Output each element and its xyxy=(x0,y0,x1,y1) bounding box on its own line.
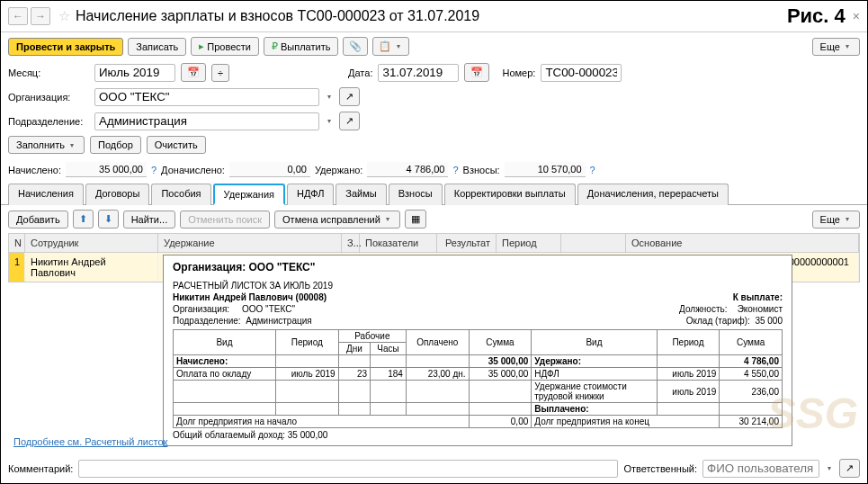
clip-icon: 📎 xyxy=(349,40,362,52)
org-dropdown-icon[interactable]: ▾ xyxy=(325,93,334,101)
post-icon: ▸ xyxy=(199,40,204,52)
comment-input[interactable] xyxy=(78,460,618,478)
payslip-link[interactable]: Подробнее см. Расчетный листок xyxy=(13,436,167,447)
tab-contracts[interactable]: Договоры xyxy=(85,184,149,205)
add-button[interactable]: Добавить xyxy=(8,211,68,229)
close-icon[interactable]: × xyxy=(853,9,860,23)
page-title: Начисление зарплаты и взносов ТС00-00002… xyxy=(76,8,787,24)
responsible-dropdown-icon[interactable]: ▾ xyxy=(825,464,834,472)
withheld-label: Удержано: xyxy=(315,165,363,175)
payslip-pay-label: К выплате: xyxy=(733,292,783,302)
date-label: Дата: xyxy=(348,67,372,78)
responsible-input[interactable] xyxy=(702,460,819,478)
date-calendar-button[interactable]: 📅 xyxy=(464,63,489,82)
more-button[interactable]: Еще▾ xyxy=(812,38,860,56)
tabs-bar: Начисления Договоры Пособия Удержания НД… xyxy=(1,183,867,205)
payslip-panel: Организация: ООО "ТЕКС" РАСЧЕТНЫЙ ЛИСТОК… xyxy=(163,255,792,446)
contrib-label: Взносы: xyxy=(463,165,500,175)
extra-value: 0,00 xyxy=(229,162,310,177)
month-label: Месяц: xyxy=(8,67,89,78)
payslip-table: Вид Период Рабочие Оплачено Сумма Вид Пе… xyxy=(173,329,783,428)
tab-benefits[interactable]: Пособия xyxy=(151,184,210,205)
clear-button[interactable]: Очистить xyxy=(147,136,206,154)
save-button[interactable]: Записать xyxy=(128,38,186,56)
responsible-label: Ответственный: xyxy=(623,463,697,474)
comment-label: Комментарий: xyxy=(8,463,73,474)
dept-input[interactable] xyxy=(94,112,319,130)
number-label: Номер: xyxy=(502,67,535,78)
post-close-button[interactable]: Провести и закрыть xyxy=(8,38,123,56)
tab-ndfl[interactable]: НДФЛ xyxy=(287,184,334,205)
move-down-button[interactable]: ⬇ xyxy=(98,210,119,229)
cancel-fix-button[interactable]: Отмена исправлений▾ xyxy=(274,211,400,229)
contrib-value: 10 570,00 xyxy=(505,162,586,177)
pay-button[interactable]: ₽Выплатить xyxy=(264,37,338,56)
accrued-label: Начислено: xyxy=(8,165,61,175)
month-calendar-button[interactable]: 📅 xyxy=(181,63,206,82)
extra-label: Доначислено: xyxy=(161,165,225,175)
responsible-open-button[interactable]: ↗ xyxy=(839,459,860,478)
month-stepper[interactable]: ÷ xyxy=(211,64,229,82)
post-button[interactable]: ▸Провести xyxy=(191,37,259,56)
nav-forward-button[interactable]: → xyxy=(31,7,50,25)
attach-button[interactable]: 📎 xyxy=(343,37,368,56)
table-more-button[interactable]: Еще▾ xyxy=(812,211,860,229)
figure-label: Рис. 4 xyxy=(787,4,846,28)
report-icon: 📋 xyxy=(379,40,391,52)
month-input[interactable] xyxy=(94,64,175,82)
grid-header: N Сотрудник Удержание З... Показатели Ре… xyxy=(8,233,860,253)
tab-additional[interactable]: Доначисления, перерасчеты xyxy=(577,184,729,205)
taxable-income: Общий облагаемый доход: 35 000,00 xyxy=(173,430,783,440)
select-button[interactable]: Подбор xyxy=(90,136,141,154)
dept-label: Подразделение: xyxy=(8,116,89,127)
star-icon[interactable]: ☆ xyxy=(58,8,70,24)
help-icon-2[interactable]: ? xyxy=(452,165,458,175)
help-icon[interactable]: ? xyxy=(151,165,157,175)
tab-contributions[interactable]: Взносы xyxy=(389,184,443,205)
pay-icon: ₽ xyxy=(272,40,278,52)
dept-dropdown-icon[interactable]: ▾ xyxy=(325,117,334,125)
move-up-button[interactable]: ⬆ xyxy=(73,210,94,229)
help-icon-3[interactable]: ? xyxy=(590,165,595,175)
nav-back-button[interactable]: ← xyxy=(8,7,28,25)
withheld-value: 4 786,00 xyxy=(367,162,448,177)
cancel-search-button[interactable]: Отменить поиск xyxy=(180,211,270,229)
report-button[interactable]: 📋▾ xyxy=(372,37,409,56)
tab-loans[interactable]: Займы xyxy=(336,184,386,205)
date-input[interactable] xyxy=(378,64,459,82)
org-open-button[interactable]: ↗ xyxy=(339,87,360,106)
tab-deductions[interactable]: Удержания xyxy=(213,184,285,205)
grid-settings-button[interactable]: ▦ xyxy=(405,210,426,229)
accrued-value: 35 000,00 xyxy=(66,162,147,177)
payslip-org-title: Организация: ООО "ТЕКС" xyxy=(173,261,783,273)
org-input[interactable] xyxy=(94,88,319,106)
fill-button[interactable]: Заполнить▾ xyxy=(8,136,85,154)
payslip-emp: Никитин Андрей Павлович (00008) xyxy=(173,292,327,302)
tab-corrections[interactable]: Корректировки выплаты xyxy=(444,184,576,205)
org-label: Организация: xyxy=(8,92,89,103)
number-input[interactable] xyxy=(541,64,622,82)
tab-accruals[interactable]: Начисления xyxy=(8,184,84,205)
dept-open-button[interactable]: ↗ xyxy=(339,112,360,130)
payslip-period: РАСЧЕТНЫЙ ЛИСТОК ЗА ИЮЛЬ 2019 xyxy=(173,281,783,291)
find-button[interactable]: Найти... xyxy=(123,211,176,229)
